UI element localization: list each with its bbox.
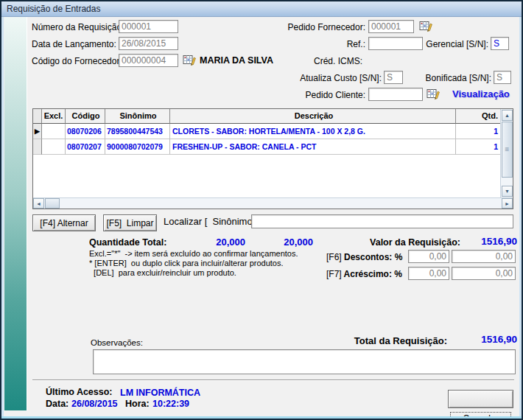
acrescimo-percent-sign: %	[394, 269, 402, 279]
footer-data-value: 26/08/2015	[71, 399, 118, 409]
acrescimo-valor-input[interactable]	[452, 267, 516, 280]
cancelar-button[interactable]: Cancelar	[448, 390, 513, 408]
grid-header-qtd: Qtd.	[456, 109, 500, 124]
cell-descricao: FRESHEN-UP - SABOR: CANELA - PCT	[170, 139, 456, 155]
pedido-fornecedor-label: Pedido Fornecedor:	[270, 22, 365, 32]
total-requisicao-label: Total da Requisição:	[324, 335, 447, 346]
footer-hora-value: 10:22:39	[152, 399, 189, 409]
codigo-fornecedor-lookup-icon[interactable]	[183, 54, 197, 67]
pedido-cliente-label: Pedido Cliente:	[299, 90, 365, 100]
grid-header-indicator	[33, 109, 42, 124]
cell-sinonimo: 7895800447543	[105, 124, 170, 139]
grid-horizontal-scrollbar[interactable]: ◄ ►	[33, 197, 513, 209]
pedido-fornecedor-lookup-icon[interactable]	[419, 20, 433, 33]
ultimo-acesso-value: LM INFORMÁTICA	[120, 388, 200, 398]
valor-requisicao-value: 1516,90	[451, 236, 517, 247]
pedido-fornecedor-input	[368, 20, 414, 33]
fornecedor-name: MARIA DA SILVA	[200, 55, 273, 66]
footer-data-label: Data:	[46, 399, 69, 409]
cell-qtd: 1	[456, 139, 500, 155]
footer-separator	[32, 379, 514, 381]
cell-excl	[42, 124, 66, 139]
data-lancamento-input	[119, 37, 178, 50]
grid-vertical-scrollbar[interactable]: ▲ ≡ ▼	[500, 109, 513, 197]
scroll-down-icon[interactable]: ▼	[502, 186, 513, 197]
table-row[interactable]: ▶ 08070206 7895800447543 CLORETS - SABOR…	[33, 124, 513, 139]
cell-qtd: 1	[456, 124, 500, 139]
f6-key-label: [F6]	[326, 252, 342, 262]
lookup-grid-pencil-icon	[183, 54, 197, 67]
cancelar-button-label: Cancelar	[451, 413, 510, 420]
title-bar: Requisição de Entradas	[1, 1, 522, 17]
codigo-fornecedor-label: Código do Fornecedor:	[32, 56, 122, 66]
bonificada-label: Bonificada [S/N]:	[396, 73, 491, 83]
gerencial-label: Gerencial [S/N]:	[395, 39, 488, 49]
pedido-cliente-lookup-icon[interactable]	[427, 88, 440, 101]
lookup-grid-pencil-icon	[427, 88, 440, 101]
grid-header-descricao: Descrição	[170, 109, 456, 124]
observacoes-label: Observações:	[91, 338, 143, 347]
grid-header-codigo: Código	[66, 109, 105, 124]
visualizacao-label: Visualização	[452, 88, 510, 99]
hint-del: [DEL] para excluir/reincluir um produto.	[89, 268, 236, 277]
codigo-fornecedor-input	[119, 54, 178, 67]
pedido-cliente-input[interactable]	[368, 88, 423, 101]
grid-header-excl: Excl.	[42, 109, 66, 124]
items-grid: Excl. Código Sinônimo Descrição Qtd. ▶ 0…	[32, 108, 513, 209]
window-frame-left	[1, 17, 4, 419]
localizar-input[interactable]	[251, 214, 513, 228]
descontos-word: Descontos:	[342, 252, 395, 262]
observacoes-textarea[interactable]	[93, 349, 516, 374]
scroll-left-icon[interactable]: ◄	[33, 198, 44, 209]
current-row-marker-icon: ▶	[33, 124, 42, 139]
grid-header-sinonimo: Sinônimo	[105, 109, 170, 124]
bonificada-input	[494, 71, 511, 84]
acrescimo-word: Acréscimo:	[342, 269, 395, 279]
window-frame-bottom	[1, 416, 522, 419]
cell-codigo: 08070207	[66, 139, 105, 155]
atualiza-custo-label: Atualiza Custo [S/N]:	[287, 73, 382, 83]
scroll-up-icon[interactable]: ▲	[502, 110, 513, 121]
footer-hora-label: Hora:	[125, 399, 150, 409]
scroll-right-icon[interactable]: ►	[502, 198, 513, 209]
sidebar-gradient	[4, 17, 27, 410]
window-title: Requisição de Entradas	[7, 4, 100, 14]
cell-excl	[42, 139, 66, 155]
quantidade-total-value-2: 20,000	[254, 237, 313, 248]
quantidade-total-value-1: 20,000	[186, 237, 245, 248]
horizontal-scroll-thumb[interactable]	[45, 198, 60, 209]
vertical-scroll-thumb[interactable]: ≡	[502, 122, 513, 178]
data-lancamento-label: Data de Lançamento:	[32, 39, 116, 49]
window-frame-right	[519, 17, 522, 419]
acrescimo-percent-input[interactable]	[408, 267, 449, 280]
valor-requisicao-label: Valor da Requisição:	[335, 237, 460, 248]
descontos-percent-sign: %	[395, 252, 403, 262]
grip-icon: ≡	[505, 145, 510, 153]
table-row[interactable]: 08070207 9000080702079 FRESHEN-UP - SABO…	[33, 139, 513, 155]
requisicao-entradas-window: Requisição de Entradas Número da Requisi…	[0, 0, 523, 420]
grid-header-row: Excl. Código Sinônimo Descrição Qtd.	[33, 109, 513, 124]
cred-icms-label: Créd. ICMS:	[314, 56, 362, 66]
gerencial-input[interactable]	[491, 37, 509, 50]
cell-descricao: CLORETS - SABOR: HORTELA/MENTA - 100 X 2…	[170, 124, 456, 139]
numero-label: Número da Requisição:	[32, 22, 124, 32]
limpar-button[interactable]: [F5] Limpar	[103, 214, 157, 231]
descontos-percent-input[interactable]	[408, 250, 449, 263]
cell-codigo: 08070206	[66, 124, 105, 139]
localizar-label: Localizar [ Sinônimo ]:	[164, 216, 261, 227]
descontos-valor-input[interactable]	[452, 250, 516, 263]
alternar-button[interactable]: [F4] Alternar	[32, 214, 96, 231]
total-requisicao-value: 1516,90	[451, 334, 517, 345]
numero-input	[119, 20, 178, 33]
descontos-label: [F6] Descontos: %	[326, 252, 402, 262]
lookup-grid-pencil-icon	[419, 20, 433, 33]
f7-key-label: [F7]	[326, 269, 342, 279]
hint-enter: * [ENTER] ou duplo click para incluir/al…	[89, 259, 284, 267]
ultimo-acesso-label: Último Acesso:	[46, 387, 113, 397]
acrescimo-label: [F7] Acréscimo: %	[326, 269, 402, 279]
quantidade-total-label: Quantidade Total:	[89, 237, 166, 248]
row-indicator	[33, 139, 42, 155]
cell-sinonimo: 9000080702079	[105, 139, 170, 155]
ref-label: Ref.:	[309, 39, 365, 49]
hint-excl: Excl.="*" -> item será excluído ao confi…	[89, 249, 298, 258]
